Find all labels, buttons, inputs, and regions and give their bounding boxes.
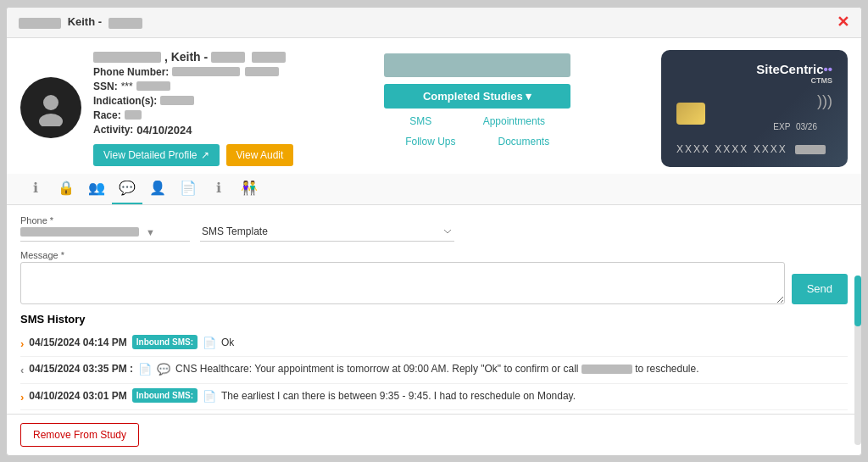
sms-datetime: 04/10/2024 03:01 PM [29,388,126,404]
remove-from-study-button[interactable]: Remove From Study [20,423,139,447]
sms-history: SMS History › 04/15/2024 04:14 PM Inboun… [20,313,848,414]
contactless-icon: ))) [817,92,832,110]
scrollbar-thumb[interactable] [854,276,861,326]
race-row: Race: [93,109,293,121]
sms-chat-icon: 💬 [157,361,170,378]
phone-redact [172,67,240,76]
phone-select-redact [20,227,139,237]
ssn-row: SSN: *** [93,81,293,92]
close-button[interactable]: ✕ [837,14,849,30]
sms-arrow-inbound: › [20,389,24,406]
form-row-phone: Phone * ▼ SMS Template [20,215,848,242]
name-redact [93,52,161,63]
tab-lock[interactable]: 🔒 [51,174,81,204]
patient-name: , Keith - [93,50,293,64]
view-audit-button[interactable]: View Audit [226,144,294,166]
sms-attachment-icon: 📄 [203,335,216,352]
card-sub: CTMS [756,76,832,85]
card-chip [676,103,705,125]
svg-point-0 [43,95,58,110]
sms-template-select[interactable]: SMS Template [200,222,454,242]
tab-file[interactable]: 📄 [173,174,203,204]
card-number: XXXX XXXX XXXX [676,143,832,155]
sms-datetime: 04/15/2024 04:14 PM [29,335,126,350]
tabs-row: ℹ 🔒 👥 💬 👤 📄 ℹ 👫 [7,174,861,205]
sms-text: The earliest I can there is between 9:35… [221,388,576,404]
sms-type-badge: Inbound SMS: [132,335,198,349]
tab-group[interactable]: 👫 [234,174,264,204]
modal-inner: , Keith - Phone Number: SSN: *** [7,38,861,455]
indication-row: Indication(s): [93,95,293,107]
tab-sms[interactable]: 💬 [112,174,142,204]
activity-row: Activity: 04/10/2024 [93,124,293,136]
phone-redact-inline [581,365,632,374]
card-brand: SiteCentric•• [756,62,832,76]
documents-link[interactable]: Documents [498,134,549,149]
sms-item: › 04/10/2024 03:01 PM Inbound SMS: 📄 The… [20,384,848,411]
sms-datetime: 04/15/2024 03:35 PM : [29,361,133,376]
content-area: Phone * ▼ SMS Template Message * [7,205,861,414]
ssn-redact [136,81,170,91]
nav-links: SMS Appointments [384,114,570,129]
center-section: Completed Studies ▾ SMS Appointments Fol… [309,50,646,149]
tab-person[interactable]: 👤 [142,174,173,204]
card-exp-label: EXP [773,122,790,131]
tab-info[interactable]: ℹ [20,174,51,204]
external-link-icon: ↗ [201,149,209,161]
card-logo: SiteCentric•• CTMS [756,62,832,85]
phone-underline [20,241,190,242]
credit-card: SiteCentric•• CTMS ))) XXXX XXXX XXXX [661,50,848,167]
view-profile-button[interactable]: View Detailed Profile ↗ [93,144,220,166]
activity-date: 04/10/2024 [136,124,192,136]
phone-redact2 [245,67,279,76]
phone-field-group: Phone * ▼ [20,215,190,242]
action-buttons: View Detailed Profile ↗ View Audit [93,144,293,166]
footer-bar: Remove From Study [7,414,861,455]
tab-info2[interactable]: ℹ [203,174,234,204]
completed-studies-button[interactable]: Completed Studies ▾ [384,84,570,109]
sms-text: CNS Healthcare: Your appointment is tomo… [175,361,698,376]
patient-info: , Keith - Phone Number: SSN: *** [93,50,293,166]
sms-item: ‹ 04/15/2024 03:35 PM : 📄 💬 CNS Healthca… [20,357,848,384]
top-bar-blurred [384,53,570,77]
message-field-group: Message * [20,250,785,304]
sms-text: Ok [221,335,234,350]
send-button[interactable]: Send [792,274,848,304]
modal-header: Keith - ✕ [7,8,861,38]
name-suffix: , Keith - [164,50,208,64]
ssn-label: SSN: [93,81,118,92]
message-label: Message * [20,250,785,260]
view-profile-label: View Detailed Profile [103,149,198,161]
person-icon [32,89,70,126]
race-redact [125,110,142,120]
message-input[interactable] [20,262,785,304]
appointments-link[interactable]: Appointments [483,114,545,129]
phone-field-label: Phone * [20,215,190,225]
message-row: Message * Send [20,250,848,304]
card-number-text: XXXX XXXX XXXX [676,143,787,155]
sms-link[interactable]: SMS [409,114,431,129]
scrollbar-track [854,276,861,445]
sms-arrow-outbound: ‹ [20,362,24,379]
modal: Keith - ✕ , Keith - [6,7,862,456]
title-redact [19,18,61,29]
card-number-redact [795,145,826,154]
name-redact3 [252,52,286,63]
template-field-group: SMS Template [200,222,454,242]
modal-title-text: Keith - [68,15,102,28]
sms-attachment-icon: 📄 [203,388,216,405]
sms-item: › 04/15/2024 04:14 PM Inbound SMS: 📄 Ok [20,331,848,358]
card-exp-value: 03/26 [796,122,817,131]
title-redact2 [108,18,142,29]
phone-row: Phone Number: [93,66,293,78]
credit-card-section: SiteCentric•• CTMS ))) XXXX XXXX XXXX [661,50,848,167]
sms-arrow-inbound: › [20,336,24,353]
svg-point-1 [39,114,63,126]
follow-ups-link[interactable]: Follow Ups [405,134,455,149]
tab-users[interactable]: 👥 [81,174,112,204]
top-section: , Keith - Phone Number: SSN: *** [7,38,861,174]
indication-redact [160,96,194,105]
sms-attachment-icon: 📄 [138,361,152,378]
sms-history-title: SMS History [20,313,848,326]
avatar [20,77,81,138]
